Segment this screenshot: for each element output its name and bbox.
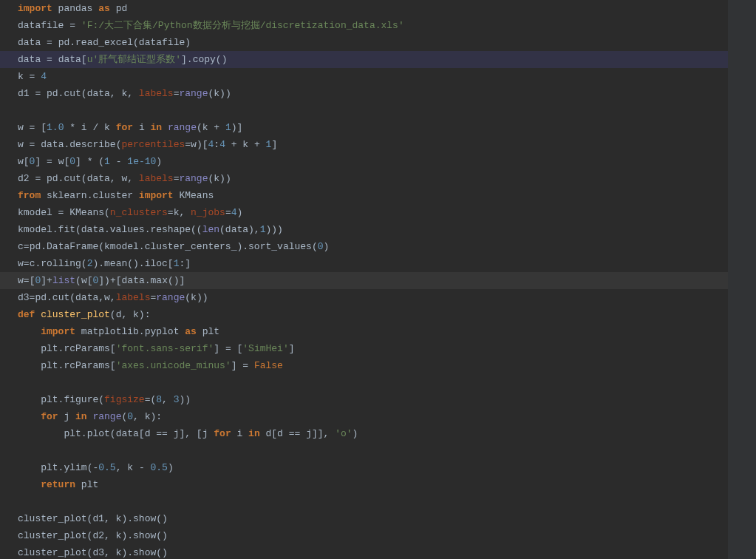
code-line[interactable]: w = [1.0 * i / k for i in range(k + 1)] [0, 119, 728, 136]
code-line[interactable]: cluster_plot(d2, k).show() [0, 527, 728, 544]
code-line[interactable]: d2 = pd.cut(data, w, labels=range(k)) [0, 170, 728, 187]
code-line[interactable]: datafile = 'F:/大二下合集/Python数据分析与挖掘/discr… [0, 17, 728, 34]
code-token: 1 [225, 122, 231, 133]
code-line[interactable]: data = data[u'肝气郁结证型系数'].copy() [0, 51, 728, 68]
code-line[interactable]: k = 4 [0, 68, 728, 85]
code-line[interactable]: def cluster_plot(d, k): [0, 306, 728, 323]
code-token: plt.rcParams[ [41, 360, 115, 371]
code-token: import [139, 190, 174, 201]
code-line[interactable]: d1 = pd.cut(data, k, labels=range(k)) [0, 85, 728, 102]
code-line[interactable]: d3=pd.cut(data,w,labels=range(k)) [0, 289, 728, 306]
code-token: labels [116, 292, 151, 303]
code-line[interactable]: w = data.describe(percentiles=w)[4:4 + k… [0, 136, 728, 153]
code-token: * [69, 122, 75, 133]
code-token: labels [139, 173, 174, 184]
code-token: 3 [174, 394, 180, 405]
code-line[interactable]: plt.rcParams['axes.unicode_minus'] = Fal… [0, 357, 728, 374]
code-token: c [18, 241, 24, 252]
code-line[interactable]: from sklearn.cluster import KMeans [0, 187, 728, 204]
code-token [162, 122, 168, 133]
code-token: in [248, 428, 260, 439]
code-token: kmodel [18, 207, 58, 218]
code-line[interactable] [0, 493, 728, 510]
code-token: 4 [41, 71, 47, 82]
code-token: for [41, 411, 58, 422]
code-token: - [116, 156, 122, 167]
code-token: ) [168, 462, 174, 473]
code-token: [data.max()] [116, 275, 185, 286]
code-token: range [92, 411, 121, 422]
code-token: k [18, 71, 30, 82]
code-token: 'SimHei' [242, 343, 288, 354]
code-line[interactable]: cluster_plot(d1, k).show() [0, 510, 728, 527]
code-token: ] [214, 343, 225, 354]
code-token: import [18, 3, 52, 14]
code-token: (k)) [208, 88, 231, 99]
code-token [248, 360, 254, 371]
code-line[interactable] [0, 102, 728, 119]
code-token: range [179, 88, 208, 99]
code-line[interactable]: kmodel = KMeans(n_clusters=k, n_jobs=4) [0, 204, 728, 221]
code-token: as [98, 3, 110, 14]
code-line[interactable]: for j in range(0, k): [0, 408, 728, 425]
code-token: + [254, 139, 260, 150]
code-token: 0 [127, 411, 133, 422]
code-token: percentiles [121, 139, 185, 150]
code-line[interactable]: cluster_plot(d3, k).show() [0, 544, 728, 559]
code-line[interactable]: plt.plot(data[d == j], [j for i in d[d =… [0, 425, 728, 442]
code-line[interactable]: c=pd.DataFrame(kmodel.cluster_centers_).… [0, 238, 728, 255]
code-token: KMeans [174, 190, 214, 201]
code-token: k, [174, 207, 191, 218]
code-token: = [24, 241, 30, 252]
code-line[interactable]: plt.rcParams['font.sans-serif'] = ['SimH… [0, 340, 728, 357]
code-token: ] [271, 139, 277, 150]
code-token: pandas [52, 3, 98, 14]
code-line[interactable]: return plt [0, 476, 728, 493]
code-token: 4 [219, 139, 225, 150]
code-token: for [116, 122, 133, 133]
code-line[interactable]: data = pd.read_excel(datafile) [0, 34, 728, 51]
code-token: w [18, 258, 24, 269]
code-token: = [69, 20, 75, 31]
code-token: kmodel.fit(data.values.reshape(( [18, 224, 202, 235]
code-token [225, 139, 231, 150]
code-token: 0.5 [151, 462, 168, 473]
code-token: k [98, 122, 115, 133]
code-token: ) [156, 156, 162, 167]
code-token: in [151, 122, 163, 133]
code-editor[interactable]: import pandas as pddatafile = 'F:/大二下合集/… [0, 0, 729, 559]
code-line[interactable]: w=[0]+list(w[0])+[data.max()] [0, 272, 728, 289]
code-token: i [75, 122, 92, 133]
code-line[interactable]: w[0] = w[0] * (1 - 1e-10) [0, 153, 728, 170]
code-token: = [168, 207, 174, 218]
code-line[interactable]: plt.figure(figsize=(8, 3)) [0, 391, 728, 408]
code-token: plt.rcParams[ [41, 343, 115, 354]
code-line[interactable] [0, 442, 728, 459]
code-token: ) [324, 241, 330, 252]
code-line[interactable] [0, 374, 728, 391]
code-line[interactable]: import pandas as pd [0, 0, 728, 17]
code-token: 1 [104, 156, 110, 167]
code-token: 8 [156, 394, 162, 405]
code-token: w[ [52, 156, 69, 167]
code-token: (k)) [185, 292, 208, 303]
code-token: k [237, 139, 254, 150]
code-token: plt.plot(data[d [64, 428, 156, 439]
code-token: u'肝气郁结证型系数' [87, 54, 181, 65]
code-line[interactable]: w=c.rolling(2).mean().iloc[1:] [0, 255, 728, 272]
code-token: 0.5 [98, 462, 115, 473]
code-token: data [18, 37, 47, 48]
code-token: ] [41, 275, 47, 286]
code-token: cluster_plot [41, 309, 110, 320]
code-line[interactable]: kmodel.fit(data.values.reshape((len(data… [0, 221, 728, 238]
code-token: pd [110, 3, 127, 14]
code-line[interactable]: import matplotlib.pyplot as plt [0, 323, 728, 340]
code-token: c.rolling( [30, 258, 87, 269]
code-token: j [58, 411, 75, 422]
code-token: 4 [231, 207, 237, 218]
code-token: = [242, 360, 248, 371]
code-line[interactable]: plt.ylim(-0.5, k - 0.5) [0, 459, 728, 476]
code-token: 'o' [335, 428, 352, 439]
code-token: pd.DataFrame(kmodel.cluster_centers_).so… [30, 241, 318, 252]
code-token: + [47, 275, 52, 286]
